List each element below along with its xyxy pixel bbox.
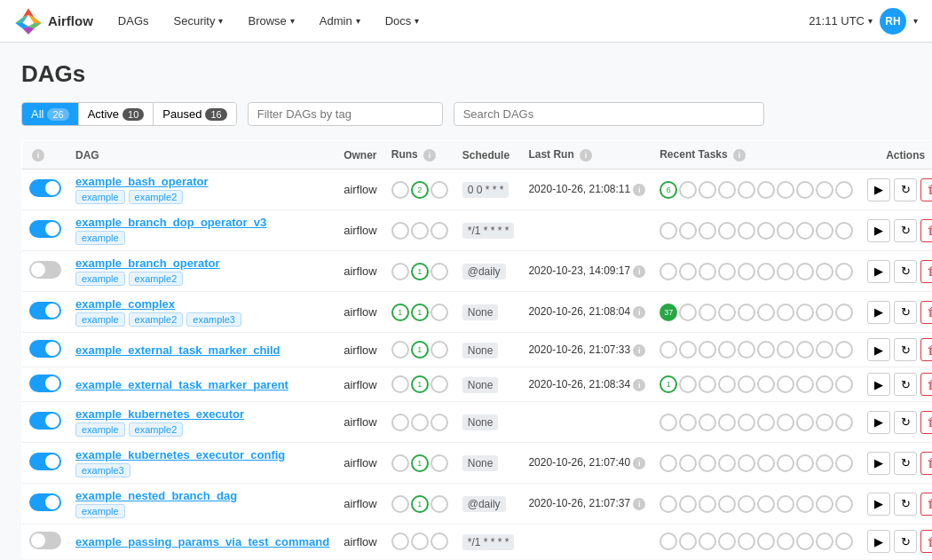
refresh-dag-button[interactable]: ↻ (894, 452, 917, 475)
recent-circle[interactable] (738, 495, 755, 513)
recent-circle[interactable] (777, 375, 794, 393)
th-lastrun[interactable]: Last Run i (521, 141, 652, 170)
recent-circle[interactable] (816, 454, 833, 472)
dag-toggle[interactable] (29, 493, 61, 511)
recent-circle[interactable] (816, 263, 833, 280)
run-circle[interactable] (430, 304, 448, 321)
recent-circle[interactable] (757, 454, 775, 472)
run-circle[interactable] (391, 181, 409, 199)
refresh-dag-button[interactable]: ↻ (894, 260, 917, 283)
recent-circle[interactable] (660, 263, 677, 280)
dag-tag[interactable]: example (75, 272, 125, 286)
recent-circle[interactable] (679, 222, 697, 240)
recent-circle[interactable] (660, 414, 677, 431)
run-circle[interactable]: 1 (391, 304, 409, 321)
dag-toggle[interactable] (29, 375, 61, 392)
recent-circle[interactable] (718, 375, 736, 393)
dag-tag[interactable]: example (75, 422, 125, 437)
run-circle[interactable] (391, 375, 409, 393)
delete-dag-button[interactable]: 🗑 (920, 219, 932, 242)
run-circle[interactable] (391, 341, 409, 359)
refresh-dag-button[interactable]: ↻ (894, 530, 917, 553)
recent-circle[interactable] (757, 375, 775, 393)
dag-name-link[interactable]: example_branch_operator (75, 256, 329, 270)
recent-circle[interactable] (699, 222, 716, 240)
recent-circle[interactable] (816, 414, 833, 431)
recent-circle[interactable] (777, 414, 794, 431)
recent-circle[interactable] (660, 454, 677, 472)
run-circle[interactable] (430, 454, 448, 472)
run-circle[interactable] (430, 414, 448, 431)
dag-toggle[interactable] (29, 302, 61, 319)
recent-circle[interactable] (757, 495, 775, 513)
run-circle[interactable]: 1 (411, 263, 429, 280)
dag-toggle[interactable] (29, 261, 61, 279)
recent-circle[interactable] (777, 304, 794, 321)
recent-circle[interactable] (679, 181, 697, 199)
run-circle[interactable] (430, 532, 448, 550)
brand[interactable]: Airflow (14, 7, 93, 35)
th-runs[interactable]: Runs i (384, 141, 455, 170)
th-recent[interactable]: Recent Tasks i (652, 141, 860, 170)
tab-all[interactable]: All 26 (22, 103, 79, 125)
dag-name-link[interactable]: example_nested_branch_dag (75, 489, 329, 502)
trigger-dag-button[interactable]: ▶ (867, 493, 890, 516)
recent-circle[interactable] (699, 454, 716, 472)
recent-circle[interactable] (679, 495, 697, 513)
run-circle[interactable]: 1 (411, 341, 429, 359)
dag-toggle[interactable] (29, 340, 61, 358)
dag-tag[interactable]: example (75, 312, 125, 327)
recent-circle[interactable] (796, 341, 814, 359)
dag-tag[interactable]: example2 (129, 190, 184, 204)
run-circle[interactable] (391, 414, 409, 431)
recent-circle[interactable] (796, 263, 814, 280)
recent-circle[interactable] (699, 414, 716, 431)
recent-circle[interactable] (796, 454, 814, 472)
run-circle[interactable] (430, 375, 448, 393)
dag-toggle[interactable] (29, 532, 61, 549)
recent-circle[interactable] (738, 263, 755, 280)
trigger-dag-button[interactable]: ▶ (867, 178, 890, 201)
tab-paused[interactable]: Paused 16 (154, 103, 235, 125)
recent-circle[interactable] (738, 375, 755, 393)
run-circle[interactable] (430, 263, 448, 280)
recent-circle[interactable]: 6 (660, 181, 677, 199)
recent-circle[interactable] (738, 304, 755, 321)
recent-circle[interactable] (796, 495, 814, 513)
recent-circle[interactable] (835, 414, 853, 431)
recent-circle[interactable] (835, 341, 853, 359)
recent-circle[interactable] (738, 222, 755, 240)
recent-circle[interactable] (679, 263, 697, 280)
recent-circle[interactable] (835, 222, 853, 240)
dag-name-link[interactable]: example_external_task_marker_child (75, 343, 329, 357)
recent-circle[interactable] (816, 375, 833, 393)
recent-circle[interactable] (660, 495, 677, 513)
recent-circle[interactable] (679, 304, 697, 321)
trigger-dag-button[interactable]: ▶ (867, 301, 890, 324)
refresh-dag-button[interactable]: ↻ (894, 219, 917, 242)
recent-circle[interactable] (796, 414, 814, 431)
recent-circle[interactable] (757, 341, 775, 359)
recent-circle[interactable] (699, 495, 716, 513)
recent-circle[interactable] (757, 532, 775, 550)
recent-circle[interactable] (718, 263, 736, 280)
recent-circle[interactable] (835, 263, 853, 280)
run-circle[interactable] (430, 341, 448, 359)
recent-circle[interactable] (699, 375, 716, 393)
dag-name-link[interactable]: example_bash_operator (75, 175, 329, 188)
recent-circle[interactable] (816, 341, 833, 359)
delete-dag-button[interactable]: 🗑 (920, 530, 932, 553)
recent-circle[interactable] (699, 263, 716, 280)
recent-circle[interactable] (835, 181, 853, 199)
dag-tag[interactable]: example2 (129, 312, 184, 327)
recent-circle[interactable] (660, 532, 677, 550)
dag-tag[interactable]: example3 (186, 312, 241, 327)
recent-circle[interactable] (718, 454, 736, 472)
recent-circle[interactable] (718, 414, 736, 431)
recent-circle[interactable] (660, 222, 677, 240)
recent-circle[interactable] (679, 454, 697, 472)
search-dags-input[interactable] (454, 102, 764, 126)
run-circle[interactable] (411, 532, 429, 550)
recent-circle[interactable] (816, 532, 833, 550)
refresh-dag-button[interactable]: ↻ (894, 301, 917, 324)
